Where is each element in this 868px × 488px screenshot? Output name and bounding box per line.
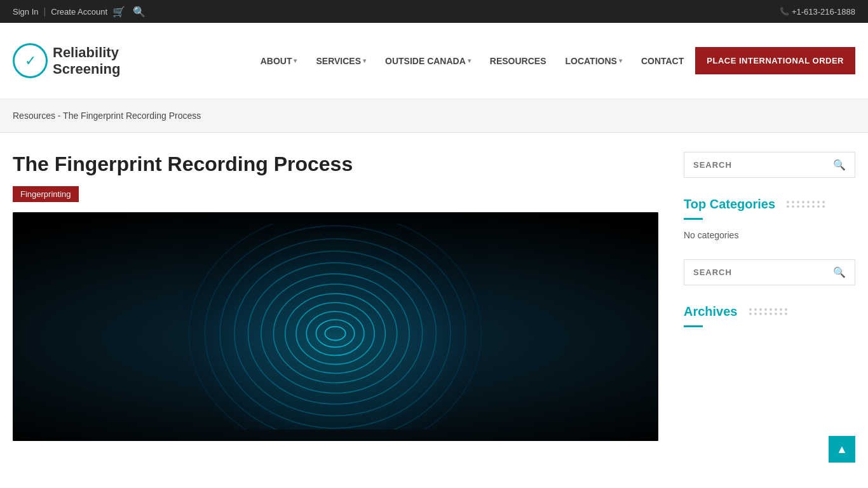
logo-icon: ✓ — [13, 43, 48, 78]
logo[interactable]: ✓ Reliability Screening — [13, 43, 120, 78]
nav-services[interactable]: SERVICES ▾ — [308, 51, 374, 71]
search-box-bottom: 🔍 — [684, 259, 855, 285]
logo-line1: Reliability — [53, 44, 120, 61]
chevron-down-icon: ▾ — [468, 57, 471, 64]
top-categories-heading: Top Categories — [684, 197, 855, 212]
phone-number: +1-613-216-1888 — [780, 7, 855, 17]
header: ✓ Reliability Screening ABOUT ▾ SERVICES… — [0, 23, 868, 99]
search-icon-top[interactable]: 🔍 — [833, 159, 846, 171]
search-box-top: 🔍 — [684, 152, 855, 178]
chevron-down-icon: ▾ — [363, 57, 366, 64]
article-tag[interactable]: Fingerprinting — [13, 186, 79, 202]
nav-resources[interactable]: RESOURCES — [482, 51, 554, 71]
no-categories-text: No categories — [684, 230, 855, 240]
breadcrumb-bar: Resources - The Fingerprint Recording Pr… — [0, 99, 868, 133]
decorative-dots — [787, 201, 825, 208]
chevron-down-icon: ▾ — [619, 57, 622, 64]
cart-icon[interactable]: 🛒 — [112, 6, 125, 18]
article-image — [13, 212, 658, 441]
decorative-dots-archives — [749, 308, 788, 315]
breadcrumb: Resources - The Fingerprint Recording Pr… — [13, 111, 201, 121]
logo-line2: Screening — [53, 61, 120, 78]
top-bar-icons: 🛒 🔍 — [112, 6, 146, 18]
article-title: The Fingerprint Recording Process — [13, 152, 658, 176]
checkmark-icon: ✓ — [25, 53, 36, 69]
section-underline — [684, 218, 703, 220]
top-bar-left: Sign In | Create Account 🛒 🔍 — [13, 6, 146, 18]
top-bar: Sign In | Create Account 🛒 🔍 +1-613-216-… — [0, 0, 868, 23]
fingerprint-svg — [109, 224, 561, 430]
sidebar: 🔍 Top Categories No categories 🔍 Archive… — [684, 152, 855, 441]
archives-underline — [684, 325, 703, 327]
logo-text: Reliability Screening — [53, 44, 120, 78]
nav-contact[interactable]: CONTACT — [634, 51, 691, 71]
svg-point-12 — [184, 224, 486, 430]
fingerprint-background — [13, 212, 658, 441]
nav-about[interactable]: ABOUT ▾ — [253, 51, 305, 71]
divider: | — [43, 6, 46, 17]
main-wrapper: The Fingerprint Recording Process Finger… — [0, 133, 868, 460]
back-to-top-button[interactable]: ▲ — [829, 436, 855, 460]
top-categories-label: Top Categories — [684, 197, 775, 212]
nav-locations[interactable]: LOCATIONS ▾ — [557, 51, 629, 71]
search-input-bottom[interactable] — [693, 268, 828, 277]
content-area: The Fingerprint Recording Process Finger… — [13, 152, 658, 441]
search-icon[interactable]: 🔍 — [133, 6, 146, 18]
place-international-order-button[interactable]: PLACE INTERNATIONAL ORDER — [695, 47, 855, 74]
search-icon-bottom[interactable]: 🔍 — [833, 266, 846, 278]
signin-link[interactable]: Sign In — [13, 7, 38, 17]
main-nav: ABOUT ▾ SERVICES ▾ OUTSIDE CANADA ▾ RESO… — [253, 47, 855, 74]
archives-heading: Archives — [684, 304, 855, 319]
chevron-down-icon: ▾ — [294, 57, 297, 64]
nav-outside-canada[interactable]: OUTSIDE CANADA ▾ — [377, 51, 478, 71]
search-input-top[interactable] — [693, 160, 828, 170]
phone-text: +1-613-216-1888 — [792, 7, 855, 17]
archives-label: Archives — [684, 304, 738, 319]
create-account-link[interactable]: Create Account — [51, 7, 107, 17]
